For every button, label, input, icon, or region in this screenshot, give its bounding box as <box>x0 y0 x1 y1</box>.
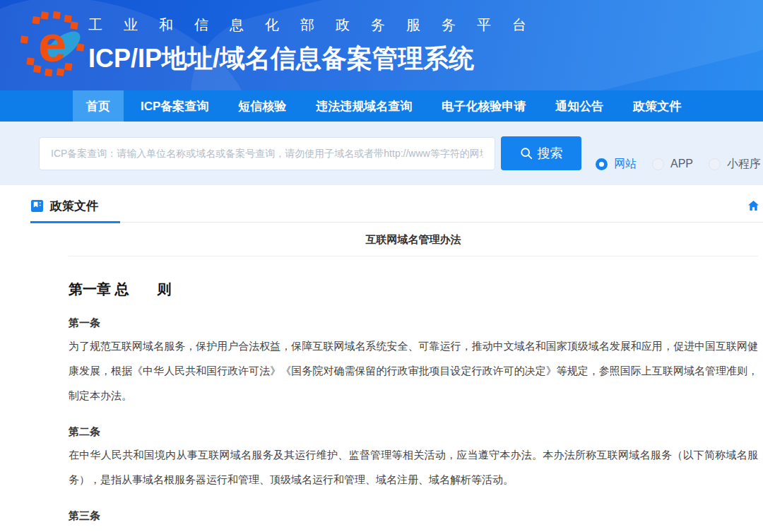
article-heading: 第三条 <box>69 509 758 523</box>
radio-mini-program-label: 小程序 <box>727 157 761 172</box>
article-body: 工业和信息化部对全国的域名服务实施监督管理，主要职责是：（一）制定互联网域名管理… <box>69 526 758 532</box>
radio-circle-icon <box>652 158 664 170</box>
radio-app[interactable]: APP <box>652 158 693 170</box>
content-area: 政策文件 首页 > 政策文件 互联网域名管理办法 第一章 总 则 第一条 为了规… <box>0 185 763 532</box>
chapter-heading: 第一章 总 则 <box>69 280 758 299</box>
svg-text:e: e <box>38 16 66 72</box>
search-type-radio-group: 网站 APP 小程序 快应用 <box>596 157 763 172</box>
policy-document: 互联网域名管理办法 第一章 总 则 第一条 为了规范互联网域名服务，保护用户合法… <box>69 223 758 532</box>
nav-item-home[interactable]: 首页 <box>73 90 124 122</box>
radio-circle-icon <box>709 158 721 170</box>
policy-file-icon <box>30 199 44 213</box>
document-title: 互联网域名管理办法 <box>69 223 758 256</box>
search-section: 搜索 网站 APP 小程序 快应用 <box>0 122 763 185</box>
main-nav: 首页 ICP备案查询 短信核验 违法违规域名查询 电子化核验申请 通知公告 政策… <box>0 90 763 122</box>
article-heading: 第二条 <box>69 425 758 439</box>
breadcrumb: 首页 > 政策文件 <box>748 199 763 222</box>
nav-item-notices[interactable]: 通知公告 <box>555 90 603 122</box>
search-icon <box>520 147 533 160</box>
article-2: 第二条 在中华人民共和国境内从事互联网域名服务及其运行维护、监督管理等相关活动，… <box>69 425 758 492</box>
nav-item-policy-files[interactable]: 政策文件 <box>633 90 681 122</box>
nav-item-icp-query[interactable]: ICP备案查询 <box>141 90 208 122</box>
search-button-label: 搜索 <box>538 145 563 162</box>
platform-title: 工业和信息化部政务服务平台 <box>88 16 548 35</box>
article-body: 在中华人民共和国境内从事互联网域名服务及其运行维护、监督管理等相关活动，应当遵守… <box>69 442 758 492</box>
site-header: e 工业和信息化部政务服务平台 ICP/IP地址/域名信息备案管理系统 <box>0 0 763 90</box>
system-title: ICP/IP地址/域名信息备案管理系统 <box>88 42 548 76</box>
radio-circle-icon <box>596 158 608 170</box>
radio-website-label: 网站 <box>614 157 637 172</box>
home-icon <box>748 201 759 211</box>
radio-app-label: APP <box>670 158 693 170</box>
search-input[interactable] <box>39 137 495 170</box>
miit-logo-icon: e <box>20 6 85 82</box>
radio-website[interactable]: 网站 <box>596 157 637 172</box>
nav-item-e-verify-apply[interactable]: 电子化核验申请 <box>442 90 526 122</box>
section-title-underline <box>30 221 120 223</box>
radio-mini-program[interactable]: 小程序 <box>709 157 761 172</box>
article-body: 为了规范互联网域名服务，保护用户合法权益，保障互联网域名系统安全、可靠运行，推动… <box>69 333 758 408</box>
section-header: 政策文件 首页 > 政策文件 <box>30 185 763 223</box>
article-heading: 第一条 <box>69 317 758 330</box>
section-title: 政策文件 <box>50 198 98 214</box>
article-3: 第三条 工业和信息化部对全国的域名服务实施监督管理，主要职责是：（一）制定互联网… <box>69 509 758 532</box>
article-1: 第一条 为了规范互联网域名服务，保护用户合法权益，保障互联网域名系统安全、可靠运… <box>69 317 758 408</box>
nav-item-illegal-domain-query[interactable]: 违法违规域名查询 <box>316 90 412 122</box>
search-button[interactable]: 搜索 <box>501 136 581 170</box>
nav-item-sms-verify[interactable]: 短信核验 <box>238 90 286 122</box>
